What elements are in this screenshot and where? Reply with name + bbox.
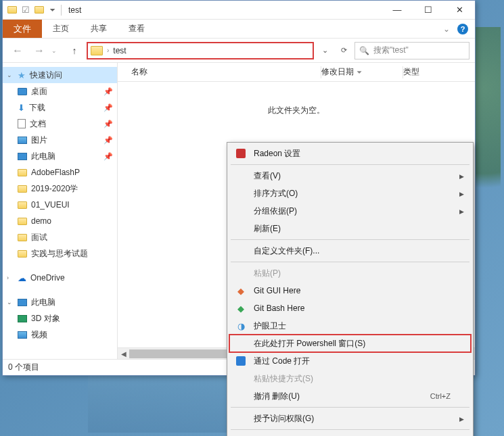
scroll-left-button[interactable]: ◀ bbox=[118, 348, 129, 359]
menu-item[interactable]: Git Bash Here bbox=[229, 299, 471, 317]
quick-access-toolbar bbox=[7, 5, 58, 16]
sidebar-item-此电脑[interactable]: ⌄此电脑 bbox=[3, 294, 117, 310]
menu-item-label: 分组依据(P) bbox=[254, 205, 452, 217]
folder-icon bbox=[18, 185, 27, 193]
up-button[interactable]: ↑ bbox=[65, 41, 84, 60]
sidebar-item-图片[interactable]: 图片📌 bbox=[3, 132, 117, 148]
cloud-icon bbox=[18, 273, 26, 283]
pin-icon: 📌 bbox=[104, 136, 113, 145]
tab-share[interactable]: 共享 bbox=[80, 20, 118, 38]
video-icon bbox=[18, 331, 27, 339]
menu-item[interactable]: Git GUI Here bbox=[229, 282, 471, 299]
sidebar-item-文档[interactable]: 文档📌 bbox=[3, 116, 117, 132]
column-type[interactable]: 类型 bbox=[403, 66, 457, 78]
menu-item-label: 撤消 删除(U) bbox=[254, 391, 452, 402]
sidebar-item-demo[interactable]: demo bbox=[3, 213, 117, 229]
menu-item-label: 查看(V) bbox=[254, 170, 452, 182]
empty-folder-message: 此文件夹为空。 bbox=[118, 105, 475, 116]
expand-icon[interactable]: ⌄ bbox=[7, 299, 12, 306]
menu-item[interactable]: 在此处打开 Powershell 窗口(S) bbox=[229, 335, 471, 352]
address-bar[interactable]: › test bbox=[87, 42, 314, 59]
navigation-pane[interactable]: ⌄快速访问桌面📌下载📌文档📌图片📌此电脑📌AdobeFlashP2019-202… bbox=[3, 63, 118, 359]
item-count: 0 个项目 bbox=[8, 362, 39, 373]
sidebar-item-桌面[interactable]: 桌面📌 bbox=[3, 83, 117, 99]
chevron-right-icon[interactable]: › bbox=[107, 47, 109, 54]
sidebar-item-2019-2020学[interactable]: 2019-2020学 bbox=[3, 180, 117, 197]
search-input[interactable]: 搜索"test" bbox=[354, 42, 469, 59]
sidebar-item-实践与思考试题[interactable]: 实践与思考试题 bbox=[3, 245, 117, 262]
blank-icon bbox=[235, 412, 247, 425]
close-button[interactable]: ✕ bbox=[444, 1, 475, 20]
sidebar-item-label: 视频 bbox=[31, 329, 47, 341]
menu-item[interactable]: Radeon 设置 bbox=[229, 145, 471, 162]
sidebar-item-3D 对象[interactable]: 3D 对象 bbox=[3, 310, 117, 326]
submenu-arrow-icon bbox=[459, 415, 464, 422]
menu-item-label: 自定义文件夹(F)... bbox=[254, 245, 452, 257]
menu-item-label: 刷新(E) bbox=[254, 223, 452, 235]
ribbon-tabs: 文件 主页 共享 查看 ⌄ ? bbox=[3, 20, 475, 39]
sidebar-item-下载[interactable]: 下载📌 bbox=[3, 99, 117, 116]
menu-item[interactable]: 撤消 删除(U)Ctrl+Z bbox=[229, 387, 471, 405]
menu-item[interactable]: 护眼卫士 bbox=[229, 317, 471, 335]
menu-separator bbox=[231, 239, 469, 240]
help-button[interactable]: ? bbox=[455, 20, 471, 38]
sidebar-item-label: 此电脑 bbox=[31, 297, 55, 308]
radeon-icon bbox=[235, 147, 247, 160]
menu-item[interactable]: 新建(W) bbox=[229, 432, 471, 436]
properties-icon[interactable] bbox=[20, 5, 31, 16]
menu-item-label: Git GUI Here bbox=[254, 286, 452, 295]
pin-icon: 📌 bbox=[104, 120, 113, 128]
forward-button[interactable]: → bbox=[30, 41, 49, 60]
column-date[interactable]: 修改日期 ⏷ bbox=[321, 66, 403, 78]
doc-icon bbox=[18, 119, 26, 128]
context-menu: Radeon 设置查看(V)排序方式(O)分组依据(P)刷新(E)自定义文件夹(… bbox=[227, 142, 474, 436]
folder-icon bbox=[18, 250, 27, 258]
menu-item[interactable]: 查看(V) bbox=[229, 167, 471, 185]
menu-item[interactable]: 通过 Code 打开 bbox=[229, 352, 471, 370]
expand-icon[interactable]: ⌄ bbox=[7, 72, 12, 78]
gitbash-icon bbox=[235, 302, 247, 314]
sidebar-item-label: AdobeFlashP bbox=[31, 168, 80, 177]
sidebar-item-label: 面试 bbox=[31, 232, 47, 243]
submenu-arrow-icon bbox=[459, 172, 464, 180]
menu-item-label: Git Bash Here bbox=[254, 304, 452, 313]
breadcrumb-segment[interactable]: test bbox=[113, 46, 126, 55]
sidebar-item-视频[interactable]: 视频 bbox=[3, 326, 117, 343]
sidebar-item-此电脑[interactable]: 此电脑📌 bbox=[3, 148, 117, 164]
menu-item[interactable]: 分组依据(P) bbox=[229, 202, 471, 220]
ribbon-expand-icon[interactable]: ⌄ bbox=[438, 20, 455, 38]
qat-dropdown-icon[interactable] bbox=[47, 5, 58, 16]
recent-dropdown-icon[interactable]: ⌄ bbox=[51, 47, 62, 54]
refresh-button[interactable]: ⟳ bbox=[336, 42, 352, 59]
column-name[interactable]: 名称 bbox=[131, 66, 321, 78]
tab-view[interactable]: 查看 bbox=[118, 20, 156, 38]
blank-icon bbox=[235, 390, 247, 402]
blank-icon bbox=[235, 372, 247, 385]
menu-item[interactable]: 自定义文件夹(F)... bbox=[229, 242, 471, 260]
folder-icon bbox=[18, 169, 27, 176]
sidebar-item-OneDrive[interactable]: ›OneDrive bbox=[3, 270, 117, 286]
sidebar-item-label: OneDrive bbox=[30, 273, 65, 283]
file-tab[interactable]: 文件 bbox=[3, 20, 42, 38]
menu-item[interactable]: 授予访问权限(G) bbox=[229, 410, 471, 427]
sidebar-item-AdobeFlashP[interactable]: AdobeFlashP bbox=[3, 164, 117, 180]
back-button[interactable]: ← bbox=[8, 41, 27, 60]
blank-icon bbox=[235, 245, 247, 257]
folder-icon bbox=[18, 218, 27, 225]
submenu-arrow-icon bbox=[459, 208, 464, 215]
sidebar-item-label: 下载 bbox=[29, 102, 45, 114]
expand-icon[interactable]: › bbox=[7, 274, 9, 281]
menu-item[interactable]: 刷新(E) bbox=[229, 220, 471, 237]
menu-item[interactable]: 排序方式(O) bbox=[229, 185, 471, 202]
sidebar-item-01_VUEUI[interactable]: 01_VUEUI bbox=[3, 197, 117, 213]
folder-icon bbox=[7, 5, 18, 16]
titlebar[interactable]: test — ☐ ✕ bbox=[3, 1, 475, 20]
folder-icon bbox=[18, 234, 27, 241]
sidebar-item-面试[interactable]: 面试 bbox=[3, 229, 117, 245]
address-dropdown-icon[interactable]: ⌄ bbox=[317, 42, 333, 59]
sidebar-item-快速访问[interactable]: ⌄快速访问 bbox=[3, 67, 117, 83]
address-bar-row: ← → ⌄ ↑ › test ⌄ ⟳ 搜索"test" bbox=[3, 39, 475, 63]
minimize-button[interactable]: — bbox=[382, 1, 413, 20]
tab-home[interactable]: 主页 bbox=[42, 20, 80, 38]
maximize-button[interactable]: ☐ bbox=[413, 1, 444, 20]
